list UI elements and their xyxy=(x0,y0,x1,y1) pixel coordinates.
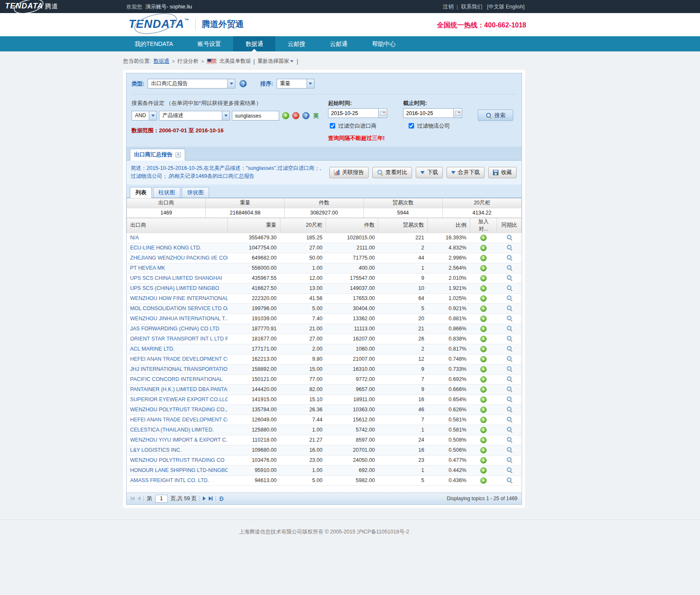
exporter-name-link[interactable]: PT HEVEA MK xyxy=(130,265,165,271)
close-icon[interactable] xyxy=(175,152,181,158)
yoy-magnifier-icon[interactable] xyxy=(506,457,512,463)
exporter-name-link[interactable]: ECU-LINE HONG KONG LTD. xyxy=(130,245,202,251)
column-header-weight[interactable]: 重量 xyxy=(228,218,280,233)
add-compare-icon[interactable] xyxy=(480,437,487,443)
nav-item-my-tendata[interactable]: 我的TENDATA xyxy=(122,36,185,51)
remove-condition-icon[interactable] xyxy=(292,112,299,119)
search-field-select[interactable]: 产品描述 xyxy=(159,111,230,121)
yoy-magnifier-icon[interactable] xyxy=(506,386,512,392)
bool-operator-select[interactable]: AND xyxy=(132,111,157,121)
yoy-magnifier-icon[interactable] xyxy=(506,416,512,422)
add-compare-icon[interactable] xyxy=(480,245,487,251)
yoy-magnifier-icon[interactable] xyxy=(506,437,512,442)
calendar-trigger[interactable] xyxy=(453,109,462,118)
search-button[interactable]: 搜索 xyxy=(478,110,513,121)
reselect-country-dropdown[interactable]: 重新选择国家 xyxy=(258,58,294,65)
help-icon[interactable] xyxy=(240,80,247,87)
add-compare-icon[interactable] xyxy=(480,457,487,464)
tab-bar-chart-view[interactable]: 柱状图 xyxy=(153,187,180,198)
column-header-exporter[interactable]: 出口商 xyxy=(127,218,228,233)
exporter-name-link[interactable]: ACL MARINE LTD. xyxy=(130,346,175,352)
next-page-button[interactable] xyxy=(203,496,206,501)
exporter-name-link[interactable]: AMASS FREIGHT INTL CO. LTD. xyxy=(130,477,209,483)
start-date-input[interactable] xyxy=(328,109,378,118)
yoy-magnifier-icon[interactable] xyxy=(506,244,512,250)
prev-page-button[interactable] xyxy=(137,496,140,501)
logout-link[interactable]: 注销 xyxy=(443,4,453,10)
exporter-name-link[interactable]: WENZHOU HOW FINE INTERNATIONAL... xyxy=(130,295,228,301)
page-number-input[interactable] xyxy=(155,495,168,503)
exporter-name-link[interactable]: UPS SCS (CHINA) LIMITED NINGBO xyxy=(130,285,219,291)
add-compare-icon[interactable] xyxy=(480,255,487,261)
add-compare-icon[interactable] xyxy=(480,306,487,312)
add-compare-icon[interactable] xyxy=(480,366,487,373)
column-header-teu[interactable]: 20尺柜 xyxy=(280,218,326,233)
add-compare-icon[interactable] xyxy=(480,467,487,474)
help-icon[interactable] xyxy=(302,112,310,119)
yoy-magnifier-icon[interactable] xyxy=(506,255,512,260)
exporter-name-link[interactable]: JHJ INTERNATIONAL TRANSPORTATIO... xyxy=(130,366,228,372)
add-compare-icon[interactable] xyxy=(480,397,487,403)
sort-select[interactable]: 重量 xyxy=(277,79,315,88)
exporter-name-link[interactable]: ORIENT STAR TRANSPORT INT L LTD RM xyxy=(130,336,228,342)
yoy-magnifier-icon[interactable] xyxy=(506,477,512,483)
first-page-button[interactable] xyxy=(131,496,135,501)
yoy-magnifier-icon[interactable] xyxy=(506,406,512,412)
exporter-name-link[interactable]: SUPERIOR EYEWEAR EXPORT CO.LLC xyxy=(130,397,228,402)
exporter-name-link[interactable]: CELESTICA (THAILAND) LIMITED. xyxy=(130,427,214,433)
yoy-magnifier-icon[interactable] xyxy=(506,275,512,281)
add-compare-icon[interactable] xyxy=(480,295,487,302)
yoy-magnifier-icon[interactable] xyxy=(506,265,512,271)
calendar-trigger[interactable] xyxy=(378,109,387,118)
yoy-magnifier-icon[interactable] xyxy=(506,234,512,240)
yoy-magnifier-icon[interactable] xyxy=(506,356,512,362)
add-compare-icon[interactable] xyxy=(480,477,487,484)
filter-blank-importer-checkbox[interactable] xyxy=(330,123,335,129)
yoy-magnifier-icon[interactable] xyxy=(506,305,512,311)
exporter-name-link[interactable]: WENZHOU JINHUA INTERNATIONAL T... xyxy=(130,316,228,322)
add-condition-icon[interactable] xyxy=(282,112,289,119)
column-header-quantity[interactable]: 件数 xyxy=(326,218,378,233)
add-compare-icon[interactable] xyxy=(480,376,487,383)
yoy-magnifier-icon[interactable] xyxy=(506,346,512,351)
exporter-name-link[interactable]: HEFEI ANAN TRADE DEVELOPMENT CO... xyxy=(130,356,228,362)
language-switch-link[interactable]: [中文版 English] xyxy=(487,4,525,10)
exporter-name-link[interactable]: HEFEI ANAN TRADE DEVELOPMENT CO... xyxy=(130,417,228,423)
exporter-name-link[interactable]: UPS SCS CHINA LIMITED SHANGHAI xyxy=(130,275,222,281)
yoy-magnifier-icon[interactable] xyxy=(506,335,512,341)
end-date-input[interactable] xyxy=(404,109,453,118)
exporter-name-link[interactable]: WENZHOU YIYU IMPORT & EXPORT C... xyxy=(130,437,228,443)
refresh-icon[interactable] xyxy=(219,496,223,501)
related-report-button[interactable]: 关联报告 xyxy=(329,167,369,178)
yoy-magnifier-icon[interactable] xyxy=(506,467,512,473)
column-header-trades[interactable]: 贸易次数 xyxy=(378,218,428,233)
exporter-name-link[interactable]: WENZHOU POLYTRUST TRADING CO xyxy=(130,457,225,463)
column-header-ratio[interactable]: 比例 xyxy=(428,218,470,233)
yoy-magnifier-icon[interactable] xyxy=(506,315,512,321)
add-compare-icon[interactable] xyxy=(480,346,487,352)
exporter-name-link[interactable]: ZHEJIANG WENZHOU PACKING I/E CORP. xyxy=(130,255,228,261)
exporter-name-link[interactable]: N/A xyxy=(130,235,139,241)
yoy-magnifier-icon[interactable] xyxy=(506,325,512,331)
yoy-magnifier-icon[interactable] xyxy=(506,285,512,291)
add-compare-icon[interactable] xyxy=(480,326,487,332)
exporter-name-link[interactable]: JAS FORWARDING (CHINA) CO LTD xyxy=(130,326,220,332)
exporter-name-link[interactable]: HONOUR LANE SHIPPING LTD-NINGBO xyxy=(130,467,228,473)
exporter-name-link[interactable]: L&Y LOGISTICS INC. xyxy=(130,447,182,453)
favorite-button[interactable]: 收藏 xyxy=(488,167,517,178)
nav-item-help-center[interactable]: 帮助中心 xyxy=(360,36,408,51)
add-compare-icon[interactable] xyxy=(480,265,487,271)
keyword-input[interactable] xyxy=(232,111,279,121)
add-compare-icon[interactable] xyxy=(480,407,487,413)
add-compare-icon[interactable] xyxy=(480,356,487,362)
add-compare-icon[interactable] xyxy=(480,336,487,342)
add-compare-icon[interactable] xyxy=(480,447,487,453)
yoy-magnifier-icon[interactable] xyxy=(506,366,512,372)
yoy-magnifier-icon[interactable] xyxy=(506,295,512,301)
yoy-magnifier-icon[interactable] xyxy=(506,376,512,382)
add-compare-icon[interactable] xyxy=(480,235,487,241)
nav-item-account-settings[interactable]: 账号设置 xyxy=(185,36,233,51)
yoy-magnifier-icon[interactable] xyxy=(506,426,512,432)
breadcrumb-link-data-service[interactable]: 数据通 xyxy=(153,58,170,65)
add-compare-icon[interactable] xyxy=(480,386,487,393)
